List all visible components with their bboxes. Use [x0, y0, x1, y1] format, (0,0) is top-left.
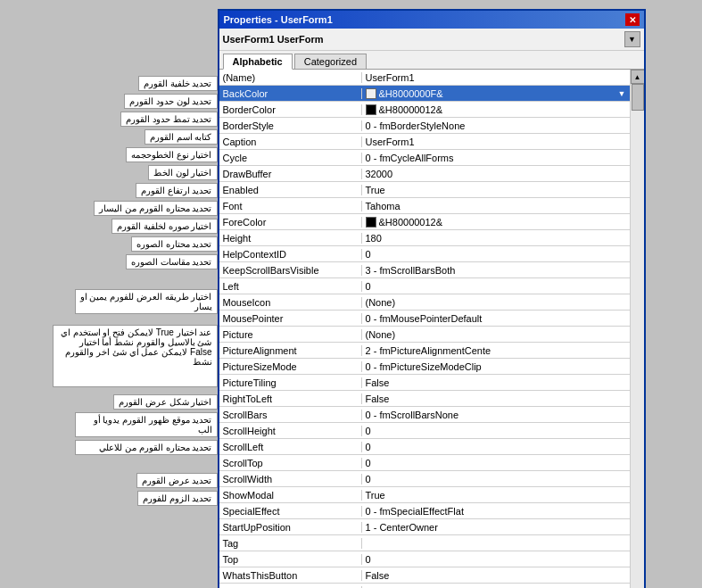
table-row[interactable]: ScrollTop0 — [219, 455, 630, 471]
prop-name: RightToLeft — [219, 393, 362, 404]
annotation-3: تحديد تمط حدود القورم — [120, 112, 217, 127]
table-row[interactable]: Height180 — [219, 230, 630, 246]
prop-value: 0 — [362, 474, 630, 484]
object-selector-dropdown[interactable]: ▼ — [624, 31, 640, 47]
prop-value: &H80000012& — [362, 217, 630, 228]
table-row[interactable]: BorderColor&H80000012& — [219, 102, 630, 118]
prop-value: &H8000000F&▼ — [362, 88, 630, 99]
prop-value: 0 - fmPictureSizeModeClip — [362, 361, 630, 372]
prop-name: SpecialEffect — [219, 506, 362, 517]
scroll-thumb[interactable] — [632, 84, 644, 111]
prop-value: UserForm1 — [362, 137, 630, 147]
annotation-16: تحديد محتاره القورم من للاعلي — [75, 440, 218, 455]
prop-value: 0 — [362, 442, 630, 452]
table-row[interactable]: Cycle0 - fmCycleAllForms — [219, 150, 630, 166]
table-row[interactable]: PictureTilingFalse — [219, 375, 630, 391]
table-row[interactable]: WhatsThisButtonFalse — [219, 567, 630, 584]
table-row[interactable]: ForeColor&H80000012& — [219, 214, 630, 230]
table-row[interactable]: ScrollLeft0 — [219, 439, 630, 455]
table-row[interactable]: BackColor&H8000000F&▼ — [219, 86, 630, 102]
annotation-7: تحديد ارتفاع القورم — [136, 183, 218, 198]
table-row[interactable]: Top0 — [219, 551, 630, 567]
scroll-up-button[interactable]: ▲ — [631, 70, 644, 84]
table-row[interactable]: CaptionUserForm1 — [219, 134, 630, 150]
prop-value: True — [362, 185, 630, 195]
prop-name: ScrollHeight — [219, 426, 362, 436]
prop-name: ShowModal — [219, 490, 362, 501]
prop-name: Picture — [219, 329, 362, 340]
table-row[interactable]: Picture(None) — [219, 327, 630, 343]
table-row[interactable]: ScrollWidth0 — [219, 471, 630, 487]
prop-value: 0 - fmSpecialEffectFlat — [362, 506, 630, 517]
prop-name: HelpContextID — [219, 249, 362, 260]
prop-value: 180 — [362, 233, 630, 244]
prop-name: MousePointer — [219, 313, 362, 324]
prop-name: PictureAlignment — [219, 345, 362, 356]
table-row[interactable]: (Name)UserForm1 — [219, 70, 630, 86]
table-row[interactable]: DrawBuffer32000 — [219, 166, 630, 182]
tab-categorized[interactable]: Categorized — [294, 54, 367, 69]
object-selector-text: UserForm1 UserForm — [223, 34, 624, 45]
prop-value: False — [362, 570, 630, 581]
table-row[interactable]: ScrollHeight0 — [219, 423, 630, 439]
table-row[interactable]: ShowModalTrue — [219, 487, 630, 503]
prop-value: False — [362, 377, 630, 388]
table-row[interactable]: Tag — [219, 535, 630, 551]
annotation-10: تحديد محتاره الصوره — [131, 236, 218, 252]
tab-alphabetic[interactable]: Alphabetic — [223, 54, 293, 70]
prop-name: Caption — [219, 137, 362, 147]
tabs-row: Alphabetic Categorized — [219, 51, 644, 70]
table-row[interactable]: EnabledTrue — [219, 182, 630, 198]
properties-window: Properties - UserForm1 ✕ UserForm1 UserF… — [218, 9, 646, 588]
annotation-14: اختيار شكل عرض القورم — [113, 394, 217, 410]
prop-value: 0 — [362, 426, 630, 436]
table-row[interactable]: ScrollBars0 - fmScrollBarsNone — [219, 407, 630, 423]
prop-name: DrawBuffer — [219, 169, 362, 179]
table-row[interactable]: MouseIcon(None) — [219, 294, 630, 311]
prop-name: Enabled — [219, 185, 362, 195]
color-swatch — [366, 104, 376, 115]
scrollbar[interactable]: ▲ ▼ — [630, 70, 644, 588]
table-row[interactable]: PictureAlignment2 - fmPictureAlignmentCe… — [219, 343, 630, 359]
prop-name: KeepScrollBarsVisible — [219, 265, 362, 276]
scroll-track[interactable] — [631, 84, 644, 588]
table-row[interactable]: RightToLeftFalse — [219, 391, 630, 407]
table-row[interactable]: PictureSizeMode0 - fmPictureSizeModeClip — [219, 359, 630, 375]
prop-value: &H80000012& — [362, 104, 630, 115]
prop-name: Top — [219, 554, 362, 565]
color-swatch — [366, 217, 376, 228]
table-row[interactable]: SpecialEffect0 - fmSpecialEffectFlat — [219, 503, 630, 519]
prop-name: ScrollTop — [219, 458, 362, 468]
table-row[interactable]: Left0 — [219, 278, 630, 294]
table-row[interactable]: StartUpPosition1 - CenterOwner — [219, 519, 630, 535]
prop-value: True — [362, 490, 630, 501]
prop-name: ScrollWidth — [219, 474, 362, 484]
table-row[interactable]: KeepScrollBarsVisible3 - fmScrollBarsBot… — [219, 262, 630, 278]
title-bar: Properties - UserForm1 ✕ — [219, 11, 644, 29]
annotation-13: عند اختيار True لايمكن فتح او استخدم اي … — [53, 325, 218, 387]
annotation-12: اختيار طريقه العرض للفورم يمين او يسار — [75, 289, 218, 314]
prop-value: 0 — [362, 458, 630, 468]
prop-name: (Name) — [219, 72, 362, 83]
prop-value: Tahoma — [362, 201, 630, 211]
properties-table: (Name)UserForm1BackColor&H8000000F&▼Bord… — [219, 70, 630, 588]
prop-value: 0 - fmMousePointerDefault — [362, 313, 630, 324]
prop-name: WhatsThisButton — [219, 570, 362, 581]
window-title: Properties - UserForm1 — [224, 14, 333, 25]
annotation-1: تحديد خلفية القورم — [138, 76, 218, 91]
object-selector[interactable]: UserForm1 UserForm ▼ — [219, 29, 644, 51]
prop-name: BackColor — [219, 88, 362, 99]
annotation-18: تحديد الزوم للفورم — [137, 491, 218, 506]
table-row[interactable]: FontTahoma — [219, 198, 630, 214]
table-row[interactable]: BorderStyle0 - fmBorderStyleNone — [219, 118, 630, 134]
color-swatch — [366, 88, 376, 99]
prop-name: Font — [219, 201, 362, 211]
prop-value: 0 — [362, 249, 630, 260]
page-wrapper: تحديد خلفية القورم تحديد لون حدود القورم… — [4, 9, 699, 588]
prop-name: PictureSizeMode — [219, 361, 362, 372]
close-button[interactable]: ✕ — [625, 13, 640, 26]
table-row[interactable]: WhatsThisHelpFalse — [219, 584, 630, 588]
table-row[interactable]: HelpContextID0 — [219, 246, 630, 262]
prop-name: Cycle — [219, 153, 362, 163]
table-row[interactable]: MousePointer0 - fmMousePointerDefault — [219, 311, 630, 327]
